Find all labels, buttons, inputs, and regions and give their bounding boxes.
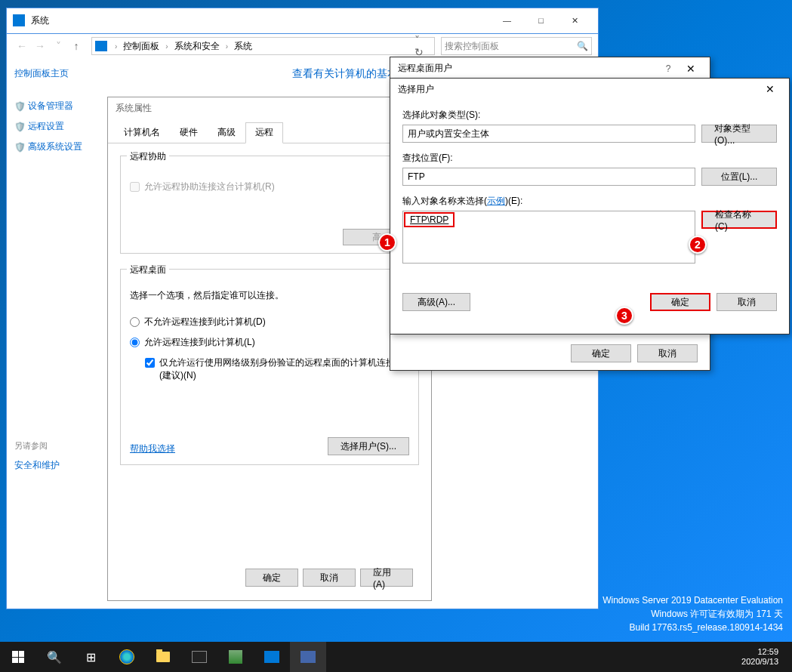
forward-button[interactable]: →	[32, 39, 48, 54]
tabs: 计算机名 硬件 高级 远程	[108, 122, 431, 143]
dialog-title: 系统属性	[108, 97, 431, 119]
checkbox-label: 仅允许运行使用网络级别身份验证的远程桌面的计算机连接(建议)(N)	[159, 356, 401, 382]
minimize-button[interactable]: —	[490, 8, 524, 32]
window-title: 系统	[31, 14, 490, 27]
server-manager-icon[interactable]	[217, 642, 254, 672]
sidebar-advanced-settings[interactable]: 🛡️ 高级系统设置	[14, 140, 105, 153]
tab-computer-name[interactable]: 计算机名	[114, 122, 170, 143]
marker-2: 2	[689, 236, 707, 254]
cancel-button[interactable]: 取消	[303, 569, 356, 587]
system-tray: 12:59 2020/9/13	[734, 647, 792, 667]
back-button[interactable]: ←	[14, 39, 29, 54]
app-icon[interactable]	[290, 642, 326, 672]
sidebar: 控制面板主页 🛡️ 设备管理器 🛡️ 远程设置 🛡️ 高级系统设置 另请参阅 安…	[7, 58, 112, 609]
select-users-button[interactable]: 选择用户(S)...	[328, 437, 409, 455]
shield-icon: 🛡️	[14, 122, 25, 132]
sidebar-security-maintenance[interactable]: 安全和维护	[14, 459, 105, 472]
shield-icon: 🛡️	[14, 101, 25, 112]
select-users-dialog: 选择用户 ✕ 选择此对象类型(S): 用户或内置安全主体 对象类型(O)... …	[390, 78, 790, 334]
allow-remote-assist-checkbox	[130, 182, 140, 192]
advanced-button[interactable]: 高级(A)...	[402, 293, 470, 311]
close-button[interactable]: ✕	[680, 63, 702, 75]
sidebar-remote-settings[interactable]: 🛡️ 远程设置	[14, 120, 105, 133]
object-types-button[interactable]: 对象类型(O)...	[701, 125, 777, 143]
start-button[interactable]	[0, 642, 36, 672]
close-button[interactable]: ✕	[558, 8, 592, 32]
desktop-watermark: Windows Server 2019 Datacenter Evaluatio…	[602, 593, 783, 634]
cancel-button[interactable]: 取消	[637, 344, 698, 362]
monitor-icon	[95, 41, 107, 51]
radio-label: 不允许远程连接到此计算机(D)	[144, 316, 266, 328]
system-properties-dialog: 系统属性 计算机名 硬件 高级 远程 远程协助 允许远程协助连接这台计算机(R)…	[107, 97, 432, 601]
check-names-button[interactable]: 检查名称(C)	[701, 211, 777, 229]
entered-name: FTP\RDP	[404, 212, 455, 227]
help-link[interactable]: 帮助我选择	[130, 442, 175, 455]
crumb-1[interactable]: 系统和安全	[171, 40, 223, 53]
ok-button[interactable]: 确定	[650, 293, 710, 311]
nav-bar: ← → ˅ ↑ › 控制面板 › 系统和安全 › 系统 ˅ ↻ 搜索控制面板 🔍	[6, 34, 599, 58]
tab-remote[interactable]: 远程	[245, 122, 283, 143]
windows-icon	[12, 651, 24, 663]
tab-advanced[interactable]: 高级	[208, 122, 245, 143]
radio-label: 允许远程连接到此计算机(L)	[144, 336, 255, 349]
maximize-button[interactable]: □	[524, 8, 558, 32]
group-title: 远程协助	[127, 150, 169, 163]
radio-deny-remote[interactable]	[130, 317, 140, 327]
cmd-icon[interactable]	[181, 642, 217, 672]
checkbox-label: 允许远程协助连接这台计算机(R)	[144, 180, 275, 193]
refresh-button[interactable]: ˅ ↻	[414, 39, 430, 54]
marker-1: 1	[378, 233, 396, 251]
chevron-right-icon: ›	[162, 42, 171, 51]
object-type-label: 选择此对象类型(S):	[402, 109, 777, 122]
ie-icon[interactable]	[109, 642, 145, 672]
explorer-icon[interactable]	[145, 642, 181, 672]
search-icon: 🔍	[577, 41, 588, 51]
crumb-2[interactable]: 系统	[231, 40, 255, 53]
tab-hardware[interactable]: 硬件	[170, 122, 208, 143]
shield-icon: 🛡️	[14, 142, 25, 153]
object-names-label: 输入对象名称来选择(示例)(E):	[402, 195, 777, 208]
object-type-field: 用户或内置安全主体	[402, 125, 695, 143]
search-input[interactable]: 搜索控制面板 🔍	[441, 37, 592, 55]
group-title: 远程桌面	[127, 264, 169, 276]
sidebar-device-manager[interactable]: 🛡️ 设备管理器	[14, 100, 105, 113]
ok-button[interactable]: 确定	[571, 344, 631, 362]
dialog-title: 远程桌面用户	[398, 62, 657, 75]
system-icon	[13, 14, 25, 26]
location-field: FTP	[402, 168, 695, 186]
breadcrumb[interactable]: › 控制面板 › 系统和安全 › 系统 ˅ ↻	[91, 37, 435, 55]
help-button[interactable]: ?	[657, 63, 680, 74]
taskbar: 🔍 ⊞ 12:59 2020/9/13	[0, 642, 792, 672]
instruction-text: 选择一个选项，然后指定谁可以连接。	[130, 289, 409, 302]
examples-link[interactable]: 示例	[487, 196, 505, 206]
search-icon[interactable]: 🔍	[36, 642, 72, 672]
dialog-title: 选择用户	[398, 83, 759, 96]
up-button[interactable]: ↑	[69, 39, 84, 54]
cancel-button[interactable]: 取消	[716, 293, 777, 311]
system-window: 系统 — □ ✕	[6, 8, 599, 34]
dropdown-history[interactable]: ˅	[51, 39, 66, 54]
remote-assist-group: 远程协助 允许远程协助连接这台计算机(R) 高	[120, 156, 419, 254]
chevron-right-icon: ›	[223, 42, 231, 51]
nla-checkbox[interactable]	[145, 358, 155, 368]
location-label: 查找位置(F):	[402, 152, 777, 165]
marker-3: 3	[615, 307, 633, 325]
sidebar-home[interactable]: 控制面板主页	[14, 67, 105, 80]
crumb-0[interactable]: 控制面板	[120, 40, 162, 53]
task-view-button[interactable]: ⊞	[72, 642, 109, 672]
clock[interactable]: 12:59 2020/9/13	[734, 647, 786, 667]
ok-button[interactable]: 确定	[245, 569, 298, 587]
titlebar: 系统 — □ ✕	[7, 8, 598, 32]
chevron-right-icon: ›	[112, 42, 120, 51]
close-button[interactable]: ✕	[759, 83, 781, 95]
remote-desktop-group: 远程桌面 选择一个选项，然后指定谁可以连接。 不允许远程连接到此计算机(D) 允…	[120, 269, 419, 465]
settings-icon[interactable]	[254, 642, 290, 672]
apply-button[interactable]: 应用(A)	[360, 569, 413, 587]
radio-allow-remote[interactable]	[130, 338, 140, 347]
locations-button[interactable]: 位置(L)...	[701, 168, 777, 186]
see-also-label: 另请参阅	[14, 440, 105, 452]
search-placeholder: 搜索控制面板	[445, 40, 499, 53]
